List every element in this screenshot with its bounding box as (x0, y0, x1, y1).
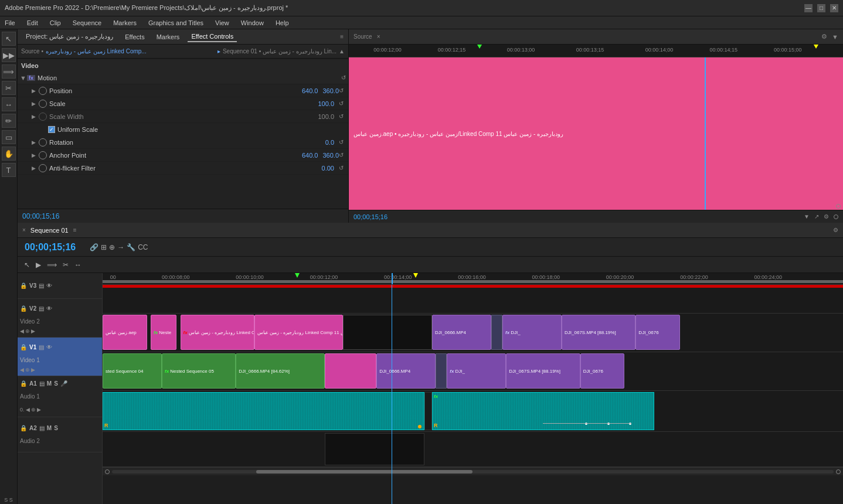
menu-file[interactable]: File (2, 18, 18, 28)
v1-next-btn[interactable]: ▶ (31, 367, 35, 373)
panel-menu-icon[interactable]: ≡ (340, 33, 344, 40)
a2-solo-btn[interactable]: S (54, 425, 58, 431)
anti-flicker-expand[interactable]: ▶ (32, 165, 39, 171)
seq-tab-menu[interactable]: ≡ (73, 227, 77, 233)
v1-clip-3[interactable]: DJI_0666.MP4 [84.62%] (236, 353, 325, 389)
position-expand[interactable]: ▶ (32, 88, 39, 94)
position-x-value[interactable]: 640.0 (302, 87, 318, 94)
menu-markers[interactable]: Markers (111, 18, 139, 28)
v1-track-row[interactable]: sted Sequence 04 fxNested Sequence 05 DJ… (103, 352, 843, 391)
source-filter-icon[interactable]: ▼ (832, 33, 838, 40)
rotation-value[interactable]: 0.0 (325, 139, 334, 146)
motion-expand-icon[interactable]: ▼ (20, 74, 27, 81)
seq-settings-icon[interactable]: ⚙ (833, 227, 838, 233)
tl-track-select-tool[interactable]: ▶ (34, 260, 43, 270)
position-y-value[interactable]: 360.0 (322, 87, 339, 94)
minimize-button[interactable]: — (804, 4, 813, 12)
menu-clip[interactable]: Clip (47, 18, 63, 28)
rotation-reset-icon[interactable]: ↺ (339, 139, 344, 145)
source-expand-btn[interactable]: ↗ (814, 213, 819, 220)
position-reset-icon[interactable]: ↺ (339, 87, 344, 94)
effect-controls-tab[interactable]: Effect Controls (188, 32, 237, 42)
a2-lock-icon[interactable]: 🔒 (20, 425, 27, 431)
markers-tab[interactable]: Markers (153, 32, 183, 42)
v2-clip-5[interactable]: DJI_0666.MP4 (432, 315, 491, 350)
scale-animate-icon[interactable] (39, 100, 47, 108)
scale-width-expand[interactable]: ▶ (32, 114, 39, 120)
v2-eye-icon[interactable]: 👁 (46, 305, 52, 312)
scrollbar-thumb[interactable] (256, 470, 473, 474)
track-select-tool[interactable]: ▶▶ (2, 48, 16, 62)
v2-prev-btn[interactable]: ◀ (20, 328, 24, 334)
effects-tab[interactable]: Effects (121, 32, 148, 42)
v1-clip-pink[interactable] (325, 353, 376, 389)
v1-clip-1[interactable]: sted Sequence 04 (103, 353, 162, 389)
tl-slip-tool[interactable]: ↔ (73, 260, 83, 270)
source-close-icon[interactable]: × (377, 33, 380, 40)
rotation-expand[interactable]: ▶ (32, 139, 39, 145)
source-timecode[interactable]: 00;00;15;16 (353, 213, 387, 220)
captions-icon[interactable]: CC (138, 243, 148, 251)
ripple-edit-tool[interactable]: ⟹ (2, 64, 16, 79)
a1-mic-icon[interactable]: 🎤 (60, 380, 67, 387)
menu-help[interactable]: Help (273, 18, 291, 28)
pen-tool[interactable]: ✏ (2, 114, 16, 128)
a1-audio-clip-1[interactable]: R (103, 392, 424, 430)
v1-prev-btn[interactable]: ◀ (20, 367, 24, 373)
scale-reset-icon[interactable]: ↺ (339, 100, 344, 107)
v2-black-clip[interactable] (343, 315, 432, 350)
scale-expand[interactable]: ▶ (32, 101, 39, 107)
razor-tool[interactable]: ✂ (2, 81, 16, 95)
menu-window[interactable]: Window (239, 18, 266, 28)
v1-clip-5[interactable]: fxDJI_ (447, 353, 506, 389)
maximize-button[interactable]: □ (817, 4, 825, 12)
a1-film-icon[interactable]: ▤ (39, 380, 45, 387)
uniform-scale-checkbox[interactable]: ✓ (48, 126, 55, 133)
slip-tool[interactable]: ↔ (2, 97, 16, 111)
project-tab[interactable]: Project: رودبارجیره - زمین عباس (22, 32, 117, 42)
v2-track-row[interactable]: زمین عباس.aep fxNeste fxرودبارجیره - زمی… (103, 314, 843, 352)
v1-dark-clip[interactable] (436, 353, 447, 389)
v1-lock-icon[interactable]: 🔒 (20, 344, 27, 350)
a1-audio-clip-2[interactable]: fx R (432, 392, 654, 430)
a1-mute-btn[interactable]: M (47, 380, 52, 387)
close-button[interactable]: ✕ (830, 4, 838, 12)
a1-prev-btn[interactable]: ◀ (26, 407, 30, 413)
v2-add-btn[interactable]: ⊕ (25, 328, 30, 334)
v3-film-icon[interactable]: ▤ (39, 282, 44, 289)
a1-solo-btn[interactable]: S (54, 380, 58, 387)
anti-flicker-value[interactable]: 0.00 (322, 165, 334, 172)
hand-tool[interactable]: ✋ (2, 147, 16, 161)
v2-lock-icon[interactable]: 🔒 (20, 305, 27, 312)
v1-film-icon[interactable]: ▤ (39, 344, 44, 350)
v2-next-btn[interactable]: ▶ (31, 328, 35, 334)
v1-clip-6[interactable]: DJI_067S.MP4 [88.19%] (506, 353, 580, 389)
v1-clip-4[interactable]: DJI_0666.MP4 (376, 353, 436, 389)
scrollbar-track[interactable] (112, 470, 834, 474)
source-settings-icon[interactable]: ⚙ (821, 33, 827, 40)
v2-dark-clip[interactable] (491, 315, 502, 350)
add-track-icon[interactable]: ⊕ (109, 243, 115, 251)
menu-view[interactable]: View (213, 18, 232, 28)
a1-next-btn[interactable]: ▶ (37, 407, 41, 413)
ec-timecode[interactable]: 00;00;15;16 (22, 212, 59, 220)
v2-film-icon[interactable]: ▤ (39, 305, 44, 312)
timeline-ruler[interactable]: 00 00:00:08;00 00:00:10;00 00:00:12;00 0… (103, 273, 843, 285)
a2-film-icon[interactable]: ▤ (39, 425, 45, 431)
scale-value[interactable]: 100.0 (318, 100, 334, 107)
wrench-icon[interactable]: 🔧 (127, 243, 135, 251)
seq-close-icon[interactable]: × (22, 227, 26, 233)
anti-flicker-animate-icon[interactable] (39, 164, 47, 172)
v1-clip-2[interactable]: fxNested Sequence 05 (162, 353, 236, 389)
anchor-y-value[interactable]: 360.0 (322, 152, 339, 159)
text-tool[interactable]: T (2, 163, 16, 177)
v2-clip-4[interactable]: رودبارجیره - زمین عباس Linked Comp 11 زم… (254, 315, 344, 350)
a1-add-btn[interactable]: ⊕ (31, 407, 36, 413)
anchor-x-value[interactable]: 640.0 (302, 152, 318, 159)
motion-reset-icon[interactable]: ↺ (341, 74, 346, 81)
anchor-reset-icon[interactable]: ↺ (339, 152, 344, 158)
selection-tool[interactable]: ↖ (2, 32, 16, 46)
seq-tab-label[interactable]: Sequence 01 (30, 227, 69, 234)
v3-lock-icon[interactable]: 🔒 (20, 282, 27, 289)
rotation-animate-icon[interactable] (39, 138, 47, 147)
